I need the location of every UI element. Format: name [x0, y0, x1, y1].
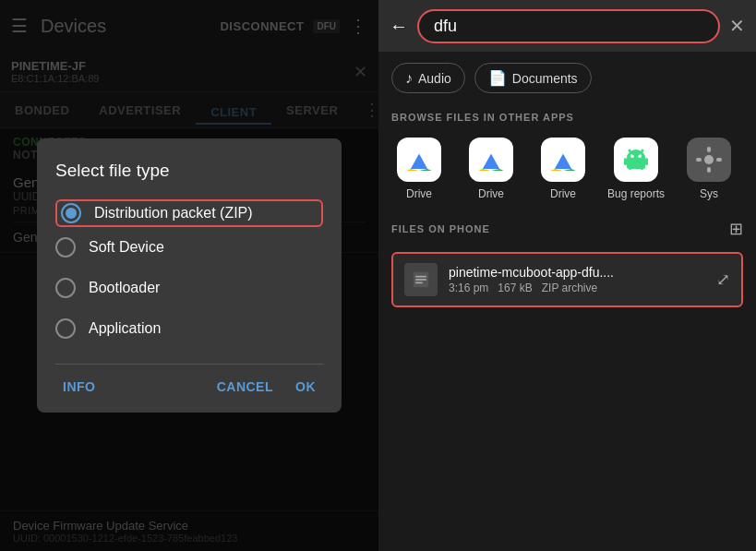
- left-panel: ☰ Devices DISCONNECT DFU ⋮ PINETIME-JF E…: [0, 0, 378, 551]
- svg-point-25: [704, 155, 714, 164]
- drive3-icon: [541, 138, 585, 182]
- dialog-ok-button[interactable]: OK: [288, 376, 323, 398]
- file-type-dialog: Select file type Distribution packet (ZI…: [37, 138, 342, 413]
- dialog-divider: [55, 364, 323, 365]
- drive2-icon: [469, 138, 513, 182]
- drive1-icon: [397, 138, 441, 182]
- radio-soft-label: Soft Device: [89, 239, 164, 256]
- chip-audio[interactable]: ♪ Audio: [391, 63, 465, 93]
- svg-rect-26: [707, 147, 711, 152]
- expand-icon[interactable]: ⤢: [716, 270, 730, 290]
- document-icon: 📄: [488, 69, 507, 87]
- dialog-actions: INFO CANCEL OK: [55, 376, 323, 398]
- right-panel: ← ✕ ♪ Audio 📄 Documents BROWSE FILES IN …: [378, 0, 756, 551]
- dialog-info-button[interactable]: INFO: [55, 376, 102, 398]
- file-thumbnail: [404, 263, 438, 296]
- radio-option-application[interactable]: Application: [55, 308, 323, 349]
- svg-rect-28: [696, 158, 702, 162]
- app-drive-3[interactable]: Drive: [535, 138, 591, 200]
- files-header-text: FILES ON PHONE: [391, 223, 490, 234]
- chip-documents-label: Documents: [512, 71, 578, 86]
- radio-option-zip[interactable]: Distribution packet (ZIP): [55, 199, 323, 227]
- chip-bar: ♪ Audio 📄 Documents: [378, 52, 756, 104]
- bug-reports-icon: [614, 138, 658, 182]
- chip-audio-label: Audio: [418, 71, 451, 86]
- back-button[interactable]: ←: [390, 16, 408, 37]
- file-size: 167 kB: [498, 281, 532, 294]
- grid-view-icon[interactable]: ⊞: [729, 219, 743, 239]
- bug-reports-label: Bug reports: [607, 187, 665, 200]
- radio-app-label: Application: [89, 320, 161, 337]
- files-section-header: FILES ON PHONE ⊞: [378, 213, 756, 245]
- svg-rect-27: [707, 167, 711, 173]
- app-drive-1[interactable]: Drive: [391, 138, 447, 200]
- app-drive-2[interactable]: Drive: [463, 138, 519, 200]
- search-input[interactable]: [417, 9, 720, 43]
- browse-header: BROWSE FILES IN OTHER APPS: [378, 104, 756, 128]
- svg-rect-22: [641, 163, 643, 170]
- dialog-title: Select file type: [55, 161, 323, 181]
- svg-rect-29: [716, 158, 722, 162]
- file-name: pinetime-mcuboot-app-dfu....: [449, 265, 661, 280]
- svg-rect-24: [645, 158, 648, 165]
- svg-rect-23: [624, 158, 627, 165]
- radio-boot-circle: [55, 278, 76, 298]
- radio-zip-circle: [61, 203, 81, 223]
- drive3-label: Drive: [550, 187, 576, 200]
- radio-zip-inner: [66, 208, 77, 219]
- file-time: 3:16 pm: [449, 281, 488, 294]
- svg-rect-31: [415, 276, 426, 278]
- svg-rect-21: [629, 163, 631, 170]
- apps-row: Drive Drive: [378, 128, 756, 213]
- file-item[interactable]: pinetime-mcuboot-app-dfu.... 3:16 pm 167…: [391, 252, 743, 307]
- right-top-bar: ← ✕: [378, 0, 756, 52]
- svg-rect-33: [415, 282, 423, 284]
- sys-label: Sys: [700, 187, 718, 200]
- sys-icon: [687, 138, 731, 182]
- radio-option-soft[interactable]: Soft Device: [55, 227, 323, 268]
- drive1-label: Drive: [406, 187, 432, 200]
- close-search-button[interactable]: ✕: [729, 15, 745, 37]
- svg-rect-32: [415, 279, 426, 281]
- radio-app-circle: [55, 318, 76, 339]
- file-meta: 3:16 pm 167 kB ZIP archive: [449, 281, 705, 294]
- radio-option-bootloader[interactable]: Bootloader: [55, 268, 323, 308]
- dialog-cancel-button[interactable]: CANCEL: [210, 376, 281, 398]
- audio-icon: ♪: [405, 70, 413, 87]
- app-bug-reports[interactable]: Bug reports: [607, 138, 665, 200]
- radio-zip-label: Distribution packet (ZIP): [94, 205, 253, 222]
- drive2-label: Drive: [478, 187, 504, 200]
- file-info: pinetime-mcuboot-app-dfu.... 3:16 pm 167…: [449, 265, 705, 294]
- chip-documents[interactable]: 📄 Documents: [474, 63, 592, 93]
- radio-soft-circle: [55, 237, 76, 258]
- radio-boot-label: Bootloader: [89, 280, 160, 296]
- file-type: ZIP archive: [542, 281, 597, 294]
- svg-point-20: [642, 150, 644, 152]
- svg-point-19: [629, 150, 631, 152]
- app-sys[interactable]: Sys: [681, 138, 737, 200]
- dialog-overlay: Select file type Distribution packet (ZI…: [0, 0, 378, 551]
